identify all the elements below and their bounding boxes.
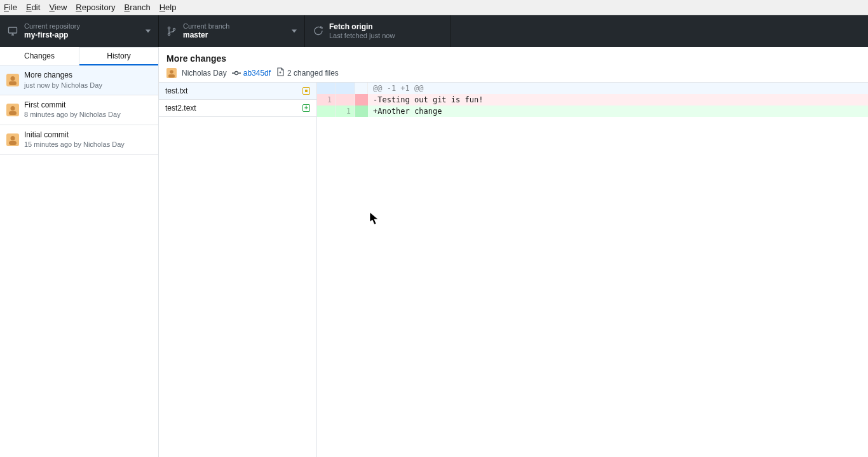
- sync-icon: [313, 26, 323, 36]
- svg-point-8: [11, 106, 15, 111]
- commit-sha[interactable]: ab345df: [243, 69, 271, 78]
- repo-value: my-first-app: [24, 31, 80, 39]
- avatar: [6, 133, 19, 146]
- svg-rect-15: [168, 74, 175, 78]
- file-list: test.txt test2.text: [159, 83, 317, 457]
- commit-icon: [232, 69, 241, 78]
- menu-file[interactable]: File: [4, 3, 17, 12]
- detail-title: More changes: [166, 53, 860, 64]
- svg-rect-6: [9, 81, 17, 85]
- svg-point-3: [173, 28, 175, 30]
- toolbar: Current repository my-first-app Current …: [0, 15, 868, 47]
- diff-view: @@ -1 +1 @@ 1 -Testing out git is fun! 1…: [317, 83, 868, 457]
- commit-title: More changes: [24, 71, 102, 81]
- menu-help[interactable]: Help: [159, 3, 177, 12]
- avatar: [166, 68, 177, 78]
- svg-rect-9: [9, 111, 17, 115]
- commit-item[interactable]: More changes just now by Nicholas Day: [0, 65, 158, 95]
- status-modified-icon: [302, 87, 310, 95]
- avatar: [6, 104, 19, 116]
- file-row[interactable]: test2.text: [159, 100, 316, 117]
- menu-repository[interactable]: Repository: [76, 3, 115, 12]
- fetch-value: Last fetched just now: [329, 32, 395, 40]
- commit-item[interactable]: First commit 8 minutes ago by Nicholas D…: [0, 95, 158, 125]
- diff-hunk-header: @@ -1 +1 @@: [317, 83, 868, 94]
- commit-meta: 15 minutes ago by Nicholas Day: [24, 140, 125, 149]
- svg-point-2: [168, 33, 170, 35]
- branch-selector[interactable]: Current branch master: [159, 15, 305, 47]
- commit-title: First commit: [24, 100, 121, 111]
- menu-bar: File Edit View Repository Branch Help: [0, 0, 868, 15]
- svg-point-1: [168, 27, 170, 29]
- detail-author: Nicholas Day: [182, 69, 227, 78]
- repo-label: Current repository: [24, 22, 80, 31]
- menu-branch[interactable]: Branch: [124, 3, 150, 12]
- fetch-button[interactable]: Fetch origin Last fetched just now: [305, 15, 451, 47]
- avatar: [6, 74, 19, 86]
- menu-view[interactable]: View: [49, 3, 67, 12]
- svg-rect-0: [9, 27, 17, 33]
- chevron-down-icon: [146, 30, 151, 33]
- git-branch-icon: [166, 26, 177, 36]
- menu-edit[interactable]: Edit: [26, 3, 40, 12]
- diff-icon: [276, 67, 285, 78]
- file-name: test2.text: [165, 104, 196, 113]
- branch-label: Current branch: [183, 22, 229, 31]
- svg-point-11: [11, 136, 15, 140]
- tab-history[interactable]: History: [79, 47, 158, 65]
- commit-item[interactable]: Initial commit 15 minutes ago by Nichola…: [0, 125, 158, 155]
- chevron-down-icon: [292, 30, 297, 33]
- changed-files-label: 2 changed files: [287, 69, 339, 78]
- commit-detail: More changes Nicholas Day ab345df 2 chan…: [159, 47, 868, 457]
- branch-value: master: [183, 31, 229, 39]
- repo-selector[interactable]: Current repository my-first-app: [0, 15, 159, 47]
- sidebar-tabs: Changes History: [0, 47, 158, 65]
- svg-point-5: [11, 76, 15, 81]
- commit-meta: 8 minutes ago by Nicholas Day: [24, 110, 121, 119]
- fetch-label: Fetch origin: [329, 22, 395, 31]
- svg-point-16: [234, 71, 238, 74]
- diff-line-added[interactable]: 1 +Another change: [317, 106, 868, 117]
- tab-changes[interactable]: Changes: [0, 47, 79, 65]
- desktop-icon: [8, 26, 18, 36]
- commit-meta: just now by Nicholas Day: [24, 81, 102, 90]
- commit-list: More changes just now by Nicholas Day Fi…: [0, 65, 158, 457]
- svg-point-14: [170, 70, 173, 74]
- status-added-icon: [302, 104, 310, 112]
- sidebar: Changes History More changes just now by…: [0, 47, 159, 457]
- file-row[interactable]: test.txt: [159, 83, 316, 100]
- file-name: test.txt: [165, 86, 187, 95]
- svg-rect-12: [9, 141, 17, 145]
- commit-title: Initial commit: [24, 130, 125, 140]
- diff-line-deleted[interactable]: 1 -Testing out git is fun!: [317, 94, 868, 106]
